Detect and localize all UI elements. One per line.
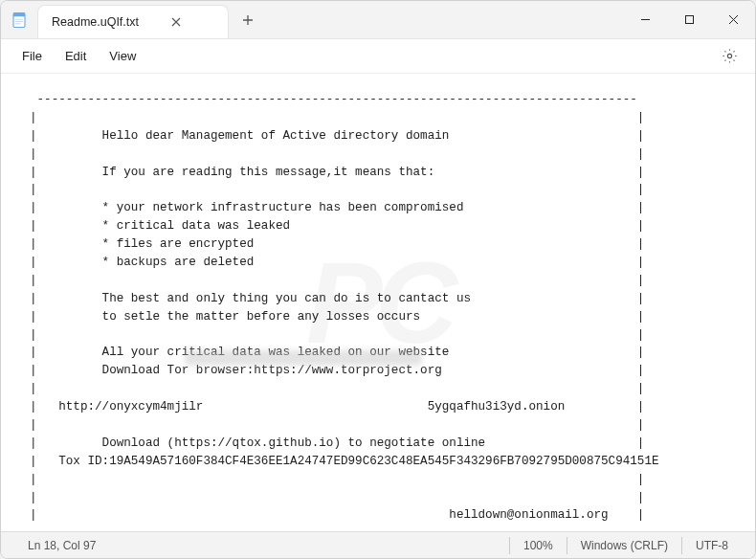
menubar: File Edit View: [1, 39, 755, 74]
window-controls: [623, 1, 755, 38]
maximize-button[interactable]: [667, 1, 711, 38]
status-position[interactable]: Ln 18, Col 97: [14, 532, 109, 558]
notepad-icon: [1, 1, 37, 38]
status-line-ending[interactable]: Windows (CRLF): [567, 532, 681, 558]
text-area[interactable]: PC -------------------------------------…: [1, 74, 755, 531]
svg-rect-5: [685, 16, 693, 24]
menu-edit[interactable]: Edit: [56, 45, 96, 67]
new-tab-button[interactable]: [229, 1, 267, 38]
status-zoom[interactable]: 100%: [510, 532, 567, 558]
menu-file[interactable]: File: [12, 45, 52, 67]
svg-point-6: [727, 54, 731, 57]
settings-button[interactable]: [715, 42, 744, 71]
menu-view[interactable]: View: [100, 45, 145, 67]
notepad-window: Readme.uQIf.txt File Edit View: [0, 0, 756, 559]
svg-rect-1: [13, 12, 25, 16]
status-encoding[interactable]: UTF-8: [682, 532, 742, 558]
statusbar: Ln 18, Col 97 100% Windows (CRLF) UTF-8: [1, 531, 755, 558]
tab-active[interactable]: Readme.uQIf.txt: [37, 5, 229, 38]
tab-title: Readme.uQIf.txt: [52, 15, 139, 29]
document-content: ----------------------------------------…: [30, 91, 726, 531]
minimize-button[interactable]: [623, 1, 667, 38]
titlebar: Readme.uQIf.txt: [1, 1, 755, 39]
close-tab-icon[interactable]: [166, 11, 187, 33]
close-window-button[interactable]: [711, 1, 755, 38]
